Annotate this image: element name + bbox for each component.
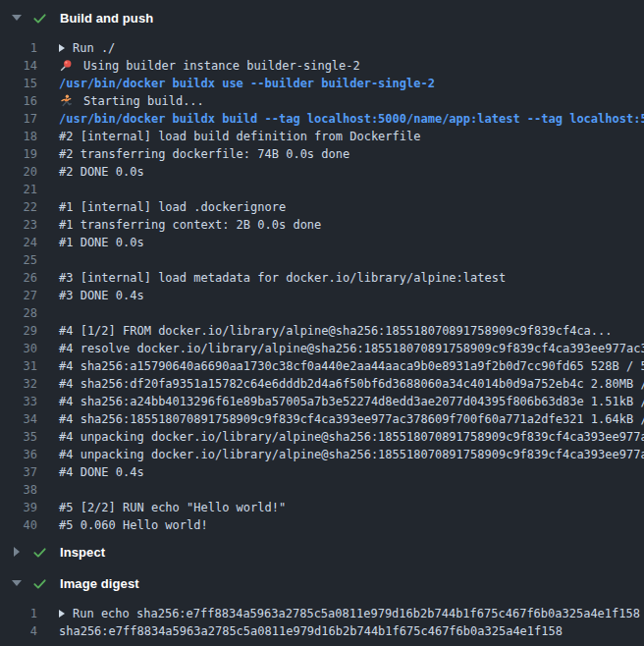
line-text: #5 [2/2] RUN echo "Hello world!" — [59, 499, 286, 516]
chevron-down-icon — [10, 15, 24, 21]
line-number[interactable]: 29 — [0, 322, 37, 340]
log-line: 24#1 DONE 0.0s — [0, 234, 644, 251]
check-icon — [32, 544, 48, 560]
log-line: 40#5 0.060 Hello world! — [0, 516, 644, 534]
line-number[interactable]: 37 — [0, 463, 37, 481]
line-number[interactable]: 20 — [0, 163, 37, 181]
line-number[interactable]: 14 — [0, 57, 37, 75]
log-line: 27#3 DONE 0.4s — [0, 287, 644, 304]
line-text: #4 DONE 0.4s — [59, 463, 144, 481]
line-content: #4 DONE 0.4s — [59, 463, 144, 481]
log-line: 33#4 sha256:a24bb4013296f61e89ba57005a7b… — [0, 393, 644, 410]
line-number[interactable]: 33 — [0, 393, 37, 410]
line-number[interactable]: 1 — [0, 39, 37, 57]
log-line: 4sha256:e7ff8834a5963a2785c5a0811e979d16… — [0, 622, 644, 640]
line-number[interactable]: 26 — [0, 269, 37, 287]
line-number[interactable]: 36 — [0, 446, 37, 463]
log-lines: 1Run ./14Using builder instance builder-… — [0, 39, 644, 534]
check-icon — [32, 575, 48, 591]
line-number[interactable]: 1 — [0, 605, 37, 622]
line-number[interactable]: 22 — [0, 198, 37, 216]
line-text: #4 resolve docker.io/library/alpine@sha2… — [59, 340, 644, 357]
section-header-build-and-push[interactable]: Build and push — [0, 2, 644, 33]
line-text: Run echo sha256:e7ff8834a5963a2785c5a081… — [73, 605, 640, 622]
line-text: #4 sha256:185518070891758909c9f839cf4ca3… — [59, 410, 644, 428]
log-line: 19#2 transferring dockerfile: 74B 0.0s d… — [0, 145, 644, 163]
log-line: 35#4 unpacking docker.io/library/alpine@… — [0, 428, 644, 446]
chevron-down-icon — [10, 580, 24, 586]
line-text: #3 [internal] load metadata for docker.i… — [59, 269, 506, 287]
line-number[interactable]: 31 — [0, 357, 37, 375]
section-build-and-push: Build and push1Run ./14Using builder ins… — [0, 2, 644, 534]
section-header-inspect[interactable]: Inspect — [0, 536, 644, 567]
section-image-digest: Image digest1Run echo sha256:e7ff8834a59… — [0, 567, 644, 640]
expand-run-icon[interactable] — [59, 44, 65, 52]
line-text: /usr/bin/docker buildx use --builder bui… — [59, 75, 435, 92]
line-number[interactable]: 27 — [0, 287, 37, 304]
line-content: #4 sha256:a24bb4013296f61e89ba57005a7b3e… — [59, 393, 644, 410]
line-text: #1 transferring context: 2B 0.0s done — [59, 216, 321, 234]
line-number[interactable]: 40 — [0, 516, 37, 534]
line-content: #4 sha256:a15790640a6690aa1730c38cf0a440… — [59, 357, 644, 375]
log-line: 14Using builder instance builder-single-… — [0, 57, 644, 75]
line-number[interactable]: 21 — [0, 181, 37, 198]
line-number[interactable]: 28 — [0, 304, 37, 322]
log-line: 1Run echo sha256:e7ff8834a5963a2785c5a08… — [0, 605, 644, 622]
section-header-image-digest[interactable]: Image digest — [0, 567, 644, 599]
line-number[interactable]: 23 — [0, 216, 37, 234]
log-line: 18#2 [internal] load build definition fr… — [0, 128, 644, 145]
actions-log-viewer: Build and push1Run ./14Using builder ins… — [0, 0, 644, 646]
line-text: Using builder instance builder-single-2 — [83, 57, 360, 75]
line-text: #4 unpacking docker.io/library/alpine@sh… — [59, 446, 644, 463]
line-text: #4 sha256:a24bb4013296f61e89ba57005a7b3e… — [59, 393, 644, 410]
expand-run-icon[interactable] — [59, 610, 65, 618]
line-number[interactable]: 17 — [0, 110, 37, 128]
line-number[interactable]: 19 — [0, 145, 37, 163]
line-content: #4 unpacking docker.io/library/alpine@sh… — [59, 446, 644, 463]
check-icon — [32, 10, 48, 26]
line-number[interactable]: 4 — [0, 622, 37, 640]
line-content: #2 transferring dockerfile: 74B 0.0s don… — [59, 145, 349, 163]
line-number[interactable]: 39 — [0, 499, 37, 516]
pushpin-icon — [59, 59, 77, 73]
runner-icon — [59, 94, 77, 108]
line-content: /usr/bin/docker buildx build --tag local… — [59, 110, 644, 128]
line-text: #2 [internal] load build definition from… — [59, 128, 420, 145]
log-line: 32#4 sha256:df20fa9351a15782c64e6dddb2d4… — [0, 375, 644, 393]
log-line: 20#2 DONE 0.0s — [0, 163, 644, 181]
line-number[interactable]: 35 — [0, 428, 37, 446]
line-content: #1 DONE 0.0s — [59, 234, 144, 251]
log-line: 37#4 DONE 0.4s — [0, 463, 644, 481]
chevron-right-icon — [10, 547, 24, 557]
line-text: #2 DONE 0.0s — [59, 163, 144, 181]
line-number[interactable]: 38 — [0, 481, 37, 499]
line-content: #1 transferring context: 2B 0.0s done — [59, 216, 321, 234]
line-content: sha256:e7ff8834a5963a2785c5a0811e979d16b… — [59, 622, 563, 640]
line-content: Run echo sha256:e7ff8834a5963a2785c5a081… — [59, 605, 640, 622]
line-number[interactable]: 25 — [0, 251, 37, 269]
log-line: 1Run ./ — [0, 39, 644, 57]
line-content: #3 DONE 0.4s — [59, 287, 144, 304]
line-content: #5 0.060 Hello world! — [59, 516, 208, 534]
log-line: 31#4 sha256:a15790640a6690aa1730c38cf0a4… — [0, 357, 644, 375]
line-content: #4 unpacking docker.io/library/alpine@sh… — [59, 428, 644, 446]
line-text: #4 [1/2] FROM docker.io/library/alpine@s… — [59, 322, 613, 340]
line-content: #4 resolve docker.io/library/alpine@sha2… — [59, 340, 644, 357]
log-line: 22#1 [internal] load .dockerignore — [0, 198, 644, 216]
line-text: #1 DONE 0.0s — [59, 234, 144, 251]
line-number[interactable]: 16 — [0, 92, 37, 110]
line-number[interactable]: 32 — [0, 375, 37, 393]
line-text: #5 0.060 Hello world! — [59, 516, 208, 534]
line-number[interactable]: 15 — [0, 75, 37, 92]
line-content: /usr/bin/docker buildx use --builder bui… — [59, 75, 435, 92]
line-text: #4 sha256:df20fa9351a15782c64e6dddb2d4a6… — [59, 375, 644, 393]
log-line: 36#4 unpacking docker.io/library/alpine@… — [0, 446, 644, 463]
line-text: #4 sha256:a15790640a6690aa1730c38cf0a440… — [59, 357, 644, 375]
line-number[interactable]: 30 — [0, 340, 37, 357]
log-line: 34#4 sha256:185518070891758909c9f839cf4c… — [0, 410, 644, 428]
line-content: #4 sha256:185518070891758909c9f839cf4ca3… — [59, 410, 644, 428]
line-number[interactable]: 34 — [0, 410, 37, 428]
line-number[interactable]: 18 — [0, 128, 37, 145]
section-title: Inspect — [60, 545, 105, 560]
line-number[interactable]: 24 — [0, 234, 37, 251]
